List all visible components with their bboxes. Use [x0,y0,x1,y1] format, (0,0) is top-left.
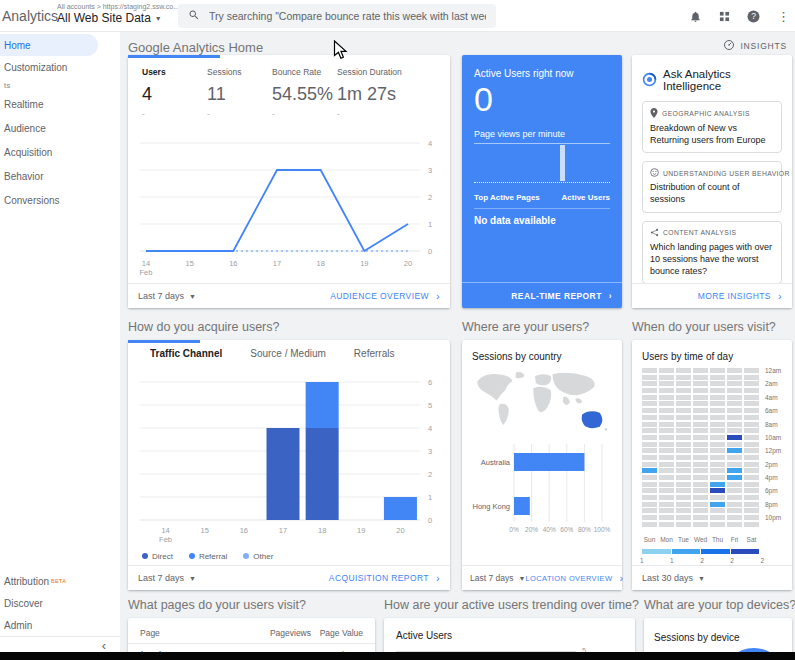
heatmap-hour-label: 4am [761,395,785,400]
suggestion-card-understanding-user-behavior[interactable]: UNDERSTANDING USER BEHAVIORDistribution … [642,161,782,212]
heatmap-cell [676,381,691,386]
sidebar-item-attribution[interactable]: AttributionBETA [0,570,120,592]
heatmap-cell [676,422,691,427]
heatmap-cell [642,435,657,440]
svg-text:15: 15 [185,259,193,268]
account-selector[interactable]: All accounts > https://staging2.ssw.co..… [57,3,179,25]
heatmap-cell [710,495,725,500]
search-input[interactable] [209,10,486,22]
heatmap-cell [676,515,691,520]
chevron-right-icon: › [436,291,440,302]
metric-tab-users[interactable]: Users4- [142,67,207,118]
time-of-day-heatmap: 12am2am4am6am8am10am12pm2pm4pm6pm8pm10pm [642,368,785,527]
heatmap-cell [744,468,759,473]
heatmap-cell [727,435,742,440]
chevron-right-icon: › [619,573,623,584]
heatmap-cell [744,502,759,507]
acquisition-report-link[interactable]: ACQUISITION REPORT› [329,573,440,584]
sidebar-item-realtime[interactable]: Realtime [0,92,120,116]
date-range-selector[interactable]: Last 30 days▼ [642,573,705,583]
heatmap-cell [659,488,674,493]
svg-text:19: 19 [360,259,368,268]
heatmap-hour-label: 2am [761,381,785,386]
metric-tab-session-duration[interactable]: Session Duration1m 27s- [337,67,402,118]
apps-grid-icon[interactable] [719,11,730,22]
legend-label: Referral [199,552,227,561]
more-vertical-icon[interactable]: ⋮ [777,10,790,23]
when-section-title: When do your users visit? [632,320,776,334]
analytics-brand: Analytics [2,8,58,24]
metric-tab-bounce-rate[interactable]: Bounce Rate54.55%- [272,67,337,118]
sidebar-item-conversions[interactable]: Conversions [0,188,120,212]
help-icon[interactable]: ? [747,10,760,23]
sidebar-item-acquisition[interactable]: Acquisition [0,140,120,164]
svg-text:Feb: Feb [159,535,172,544]
heatmap-cell [676,482,691,487]
sidebar-item-home[interactable]: Home [0,34,98,56]
more-insights-link[interactable]: MORE INSIGHTS› [698,291,782,302]
heatmap-cell [744,428,759,433]
acquire-section-title: How do you acquire users? [128,320,279,334]
svg-text:18: 18 [318,526,326,535]
heatmap-cell [676,435,691,440]
suggestion-card-content-analysis[interactable]: CONTENT ANALYSISWhich landing pages with… [642,221,782,284]
heatmap-cell [744,462,759,467]
location-overview-link[interactable]: LOCATION OVERVIEW› [525,573,623,584]
date-range-selector[interactable]: Last 7 days▼ [138,573,196,583]
tab-traffic-channel[interactable]: Traffic Channel [150,348,222,359]
heatmap-cell [710,488,725,493]
heatmap-cell [676,368,691,373]
heatmap-hour-label: 10am [761,435,785,440]
main-content: Google Analytics Home INSIGHTS Users4-Se… [120,32,795,660]
suggestion-card-geographic-analysis[interactable]: GEOGRAPHIC ANALYSISBreakdown of New vs R… [642,101,782,153]
metric-label: Users [142,67,207,77]
heatmap-cell [727,475,742,480]
heatmap-cell [693,502,708,507]
svg-text:Australia: Australia [481,458,511,467]
metric-value: 11 [207,84,272,105]
heatmap-hour-label [761,522,785,527]
sidebar-item-audience[interactable]: Audience [0,116,120,140]
heatmap-cell [659,475,674,480]
sessions-by-country-chart: 0%20%40%60%80%100%AustraliaHong Kong [466,444,618,538]
suggestion-category-label: CONTENT ANALYSIS [663,229,736,236]
heatmap-cell [642,381,657,386]
sidebar-item-discover[interactable]: Discover [0,592,120,614]
pageviews-per-minute-label: Page views per minute [474,129,610,144]
date-range-selector[interactable]: Last 7 days▼ [138,291,196,301]
dropdown-caret-icon: ▼ [698,575,705,582]
audience-overview-link[interactable]: AUDIENCE OVERVIEW› [330,291,440,302]
date-range-selector[interactable]: Last 7 days▼ [470,573,525,583]
insights-icon [723,39,735,53]
heatmap-legend-segment [672,549,701,554]
tab-referrals[interactable]: Referrals [354,348,395,359]
users-line-chart: 0123414Feb151617181920 [136,133,442,283]
metric-label: Session Duration [337,67,402,77]
realtime-report-link[interactable]: REAL-TIME REPORT› [511,291,612,301]
heatmap-cell [727,468,742,473]
analytics-intelligence-card: Ask Analytics Intelligence GEOGRAPHIC AN… [632,55,792,308]
dropdown-caret-icon: ▼ [189,575,196,582]
notifications-bell-icon[interactable] [689,10,702,23]
metric-tab-sessions[interactable]: Sessions11- [207,67,272,118]
heatmap-cell [710,415,725,420]
legend-item-referral: Referral [189,552,227,561]
heatmap-legend-segment [701,549,730,554]
heatmap-legend-values: 11222 [640,557,764,564]
tab-source-medium[interactable]: Source / Medium [250,348,326,359]
sidebar-item-admin[interactable]: Admin [0,614,120,636]
heatmap-cell [744,388,759,393]
insights-button[interactable]: INSIGHTS [723,39,787,53]
active-users-col-label: Active Users [562,193,610,202]
sidebar-item-customization[interactable]: Customization [0,56,120,78]
realtime-table-header: Top Active Pages Active Users [474,193,610,209]
svg-text:5: 5 [428,401,432,410]
search-bar[interactable] [178,4,496,28]
heatmap-cell [710,468,725,473]
heatmap-legend-segment [642,549,671,554]
pages-col-header-page: Page [140,628,251,638]
sidebar-item-behavior[interactable]: Behavior [0,164,120,188]
heatmap-cell [710,522,725,527]
heatmap-cell [642,408,657,413]
heatmap-cell [693,428,708,433]
